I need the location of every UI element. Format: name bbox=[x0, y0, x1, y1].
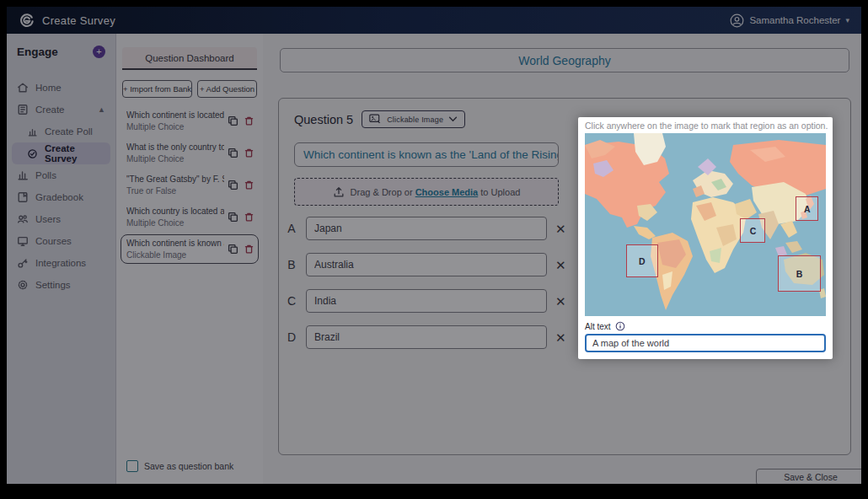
option-input-a[interactable] bbox=[306, 217, 547, 240]
sidebar-item-settings[interactable]: Settings bbox=[12, 274, 110, 296]
alt-text-input[interactable] bbox=[585, 334, 826, 352]
survey-title: World Geography bbox=[280, 48, 849, 72]
map-region-marker-a[interactable]: A bbox=[796, 196, 818, 221]
duplicate-icon[interactable] bbox=[228, 148, 238, 158]
question-type: Clickable Image bbox=[126, 250, 224, 260]
question-list-item[interactable]: Which country is located at t... Multipl… bbox=[121, 202, 259, 232]
poll-icon bbox=[27, 126, 38, 137]
import-from-bank-button[interactable]: + Import from Bank bbox=[122, 80, 192, 98]
duplicate-icon[interactable] bbox=[228, 244, 238, 255]
question-text-input[interactable]: Which continent is known as the 'Land of… bbox=[294, 142, 559, 167]
chevron-up-icon: ▲ bbox=[98, 105, 105, 114]
remove-option-icon[interactable]: ✕ bbox=[555, 223, 566, 235]
remove-option-icon[interactable]: ✕ bbox=[555, 259, 566, 271]
sidebar-item-label: Courses bbox=[35, 236, 72, 246]
question-type: Multiple Choice bbox=[126, 122, 224, 131]
option-input-b[interactable] bbox=[306, 253, 547, 276]
dropzone-text: Drag & Drop or Choose Media to Upload bbox=[351, 187, 521, 197]
save-as-question-bank-label: Save as question bank bbox=[144, 461, 233, 471]
remove-option-icon[interactable]: ✕ bbox=[555, 295, 566, 308]
trash-icon[interactable] bbox=[244, 115, 255, 126]
trash-icon[interactable] bbox=[244, 148, 255, 158]
duplicate-icon[interactable] bbox=[228, 115, 238, 126]
add-question-button[interactable]: + Add Question bbox=[197, 80, 257, 98]
world-map-image[interactable]: ACDB bbox=[585, 133, 826, 316]
media-dropzone[interactable]: Drag & Drop or Choose Media to Upload bbox=[294, 178, 559, 206]
save-as-question-bank-checkbox[interactable] bbox=[126, 460, 138, 472]
gradebook-icon bbox=[17, 191, 29, 203]
map-region-label: A bbox=[804, 204, 811, 214]
question-title: "The Great Gatsby" by F. Scot... bbox=[126, 174, 224, 184]
map-region-marker-b[interactable]: B bbox=[778, 255, 821, 291]
sidebar-item-label: Users bbox=[35, 214, 61, 224]
user-menu[interactable]: Samantha Rochester ▾ bbox=[730, 13, 849, 28]
map-region-marker-d[interactable]: D bbox=[626, 244, 659, 277]
user-menu-chevron-icon: ▾ bbox=[845, 16, 849, 24]
page-title: Create Survey bbox=[42, 14, 115, 27]
question-title: Which continent is located e... bbox=[126, 110, 224, 120]
question-list-item[interactable]: "The Great Gatsby" by F. Scot... True or… bbox=[121, 170, 259, 200]
create-icon bbox=[17, 104, 29, 115]
option-letter: B bbox=[286, 258, 297, 271]
sidebar-item-label: Create Poll bbox=[45, 126, 93, 137]
sidebar-item-polls[interactable]: Polls bbox=[12, 164, 110, 186]
question-title: What is the only country to b... bbox=[126, 142, 224, 152]
question-list-item[interactable]: What is the only country to b... Multipl… bbox=[121, 138, 259, 168]
question-type: Multiple Choice bbox=[126, 154, 224, 164]
question-title: Which country is located at t... bbox=[126, 207, 224, 216]
user-name: Samantha Rochester bbox=[749, 15, 840, 25]
sidebar-item-label: Create bbox=[35, 105, 65, 115]
add-workspace-button[interactable]: + bbox=[93, 46, 105, 58]
sidebar-item-label: Settings bbox=[35, 280, 71, 290]
info-icon bbox=[615, 321, 625, 331]
sidebar-item-label: Home bbox=[35, 83, 62, 93]
save-close-button[interactable]: Save & Close bbox=[756, 469, 861, 484]
choose-media-link[interactable]: Choose Media bbox=[415, 187, 479, 197]
chart-icon bbox=[17, 169, 29, 181]
trash-icon[interactable] bbox=[244, 244, 255, 255]
engage-logo-icon bbox=[19, 12, 35, 29]
users-icon bbox=[17, 213, 29, 225]
trash-icon[interactable] bbox=[244, 180, 255, 190]
option-letter: C bbox=[286, 294, 297, 308]
duplicate-icon[interactable] bbox=[228, 180, 238, 190]
sidebar-item-create-survey[interactable]: Create Survey bbox=[12, 142, 110, 164]
map-region-label: B bbox=[796, 269, 803, 279]
clickable-image-icon bbox=[369, 114, 382, 125]
sidebar-item-courses[interactable]: Courses bbox=[12, 230, 110, 252]
question-list-item[interactable]: Which continent is located e... Multiple… bbox=[121, 106, 259, 136]
question-dashboard-title: Question Dashboard bbox=[122, 47, 257, 70]
clickable-image-card: Click anywhere on the image to mark that… bbox=[578, 117, 833, 359]
question-list-item-selected[interactable]: Which continent is known as... Clickable… bbox=[121, 234, 259, 264]
chevron-down-icon bbox=[448, 116, 458, 122]
question-type-value: Clickable Image bbox=[387, 115, 443, 124]
question-title: Which continent is known as... bbox=[126, 239, 224, 248]
sidebar-item-create-poll[interactable]: Create Poll bbox=[12, 121, 110, 142]
sidebar-item-integrations[interactable]: Integrations bbox=[12, 252, 110, 274]
question-type: Multiple Choice bbox=[126, 218, 224, 228]
sidebar-item-users[interactable]: Users bbox=[12, 208, 110, 230]
upload-icon bbox=[333, 186, 345, 198]
map-region-label: C bbox=[750, 226, 757, 236]
gear-icon bbox=[17, 279, 29, 291]
trash-icon[interactable] bbox=[244, 212, 255, 223]
duplicate-icon[interactable] bbox=[228, 212, 238, 223]
question-type-dropdown[interactable]: Clickable Image bbox=[362, 110, 465, 128]
map-region-marker-c[interactable]: C bbox=[740, 218, 765, 243]
question-type: True or False bbox=[126, 186, 224, 196]
option-input-d[interactable] bbox=[306, 325, 547, 349]
sidebar-item-label: Create Survey bbox=[45, 143, 105, 164]
map-region-label: D bbox=[639, 256, 646, 266]
sidebar-item-home[interactable]: Home bbox=[12, 77, 110, 99]
question-number-label: Question 5 bbox=[294, 113, 353, 126]
option-input-c[interactable] bbox=[306, 289, 547, 313]
sidebar-item-gradebook[interactable]: Gradebook bbox=[12, 186, 110, 208]
survey-icon bbox=[27, 148, 38, 159]
sidebar: Engage + Home Create ▲ Create Poll Creat… bbox=[7, 34, 116, 484]
home-icon bbox=[17, 82, 29, 94]
remove-option-icon[interactable]: ✕ bbox=[555, 331, 566, 344]
image-instruction: Click anywhere on the image to mark that… bbox=[585, 121, 826, 131]
option-letter: D bbox=[286, 330, 297, 344]
alt-text-label: Alt text bbox=[585, 322, 611, 331]
sidebar-item-create[interactable]: Create ▲ bbox=[12, 99, 110, 121]
